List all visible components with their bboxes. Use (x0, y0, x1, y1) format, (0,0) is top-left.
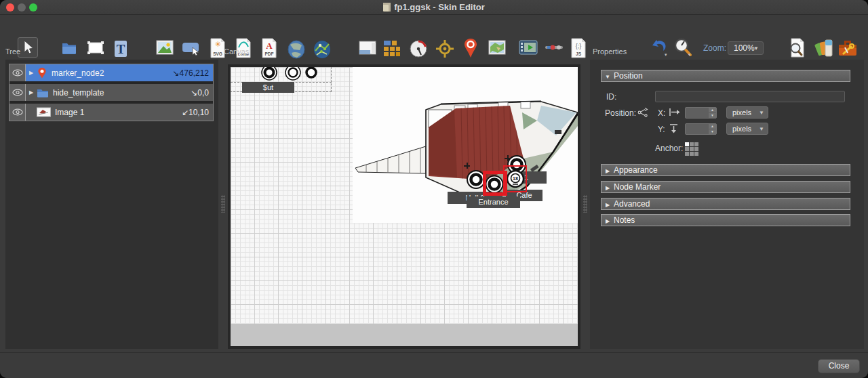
template-text-label[interactable]: $ut (242, 82, 294, 93)
canvas-properties-splitter[interactable] (580, 60, 590, 349)
properties-panel: ▼Position ID: Position: X: ▲▼ pixels ▼ Y… (590, 60, 864, 349)
marker-pin-icon (37, 67, 47, 79)
canvas-grid[interactable]: $ut 1 Hall 2 Cafe Entrance 18 (231, 67, 578, 346)
zoom-tool-button[interactable]: ▾ (673, 37, 689, 54)
x-label: X: (658, 108, 665, 118)
expand-arrow-icon[interactable]: ▶ (26, 89, 37, 96)
window-layout-icon (359, 40, 376, 56)
zoom-label: Zoom: (703, 43, 726, 53)
compass-button[interactable] (436, 40, 452, 56)
undo-menu-caret-icon[interactable]: ▾ (665, 52, 667, 58)
anchor-cell-top-right[interactable] (694, 142, 698, 146)
spin-down-icon[interactable]: ▼ (709, 129, 716, 134)
zoom-level-select[interactable]: 100% ▼ (728, 41, 764, 55)
button-tool-button[interactable] (182, 40, 198, 56)
map-marker-button[interactable] (462, 38, 479, 54)
x-value-spinner[interactable]: ▲▼ (685, 107, 717, 119)
x-unit-select[interactable]: pixels ▼ (726, 106, 768, 119)
pdf-file-button[interactable]: A PDF (261, 38, 277, 54)
id-label: ID: (606, 92, 616, 102)
spin-up-icon[interactable]: ▲ (709, 124, 716, 129)
hotspot-label-entrance[interactable]: Entrance (467, 196, 520, 208)
section-header-position[interactable]: ▼Position (601, 70, 850, 82)
video-button[interactable] (519, 40, 535, 56)
anchor-cell-bottom-left[interactable] (685, 152, 689, 156)
js-file-icon: {;} JS (570, 38, 587, 58)
container-tool-button[interactable] (61, 40, 77, 56)
y-spin-buttons[interactable]: ▲▼ (709, 124, 716, 134)
tree-row-image-1[interactable]: ▶ Image 1 ↙10,10 (9, 104, 213, 121)
color-swatches-button[interactable] (814, 38, 831, 54)
chevron-down-icon: ▼ (759, 110, 764, 116)
section-title: Advanced (614, 199, 650, 209)
select-tool-button[interactable] (18, 37, 38, 58)
tree-row-hide-template[interactable]: ▶ hide_template ↘0,0 (9, 84, 213, 101)
thumbnail-grid-button[interactable] (383, 40, 399, 56)
gauge-button[interactable] (410, 40, 426, 56)
zoom-menu-caret-icon[interactable]: ▾ (688, 52, 691, 58)
anchor-cell-mid-right[interactable] (694, 147, 698, 151)
visibility-toggle[interactable] (9, 84, 26, 101)
slider-button[interactable] (545, 40, 561, 56)
eye-icon (12, 89, 23, 96)
highlighted-marker-outline[interactable] (503, 165, 527, 192)
button-icon (182, 40, 199, 56)
js-file-button[interactable]: {;} JS (570, 38, 587, 54)
section-header-notes[interactable]: ▶Notes (601, 214, 850, 226)
y-value-input[interactable] (686, 125, 709, 133)
template-small-ring-icon[interactable] (301, 67, 321, 83)
section-header-node-marker[interactable]: ▶Node Marker (601, 181, 850, 193)
y-value-spinner[interactable]: ▲▼ (685, 123, 717, 135)
toolbox-button[interactable] (838, 38, 854, 54)
text-tool-button[interactable]: T (113, 40, 129, 56)
x-value-input[interactable] (686, 108, 709, 117)
y-unit-select[interactable]: pixels ▼ (726, 123, 768, 135)
anchor-grid-selector[interactable] (685, 142, 698, 156)
template-ring-marker-icon[interactable] (259, 67, 279, 83)
document-proxy-icon (383, 3, 391, 12)
splitter-grip-icon (583, 195, 587, 213)
eye-icon (12, 108, 23, 116)
svg-text:SVG: SVG (213, 51, 222, 56)
preview-icon (789, 38, 808, 58)
undo-button[interactable]: ▾ (650, 37, 666, 54)
tree-canvas-splitter[interactable] (218, 60, 228, 349)
section-title: Appearance (614, 165, 658, 175)
spin-down-icon[interactable]: ▼ (709, 113, 716, 118)
svg-text:PDF: PDF (265, 51, 274, 56)
tree-row-marker-node2[interactable]: ▶ marker_node2 ↘476,212 (9, 64, 213, 81)
anchor-cell-bottom-center[interactable] (690, 152, 694, 156)
panorama-node-button[interactable] (288, 40, 304, 56)
section-header-advanced[interactable]: ▶Advanced (601, 198, 850, 210)
svg-text:A: A (266, 41, 273, 51)
visibility-toggle[interactable] (9, 64, 26, 81)
anchor-cell-bottom-right[interactable] (694, 152, 698, 156)
close-button[interactable]: Close (818, 359, 860, 373)
svg-text:✳: ✳ (214, 40, 220, 48)
rectangle-tool-button[interactable] (87, 40, 103, 56)
visibility-toggle[interactable] (9, 104, 26, 121)
id-input[interactable] (655, 91, 845, 102)
link-xy-icon[interactable] (637, 108, 648, 117)
footer-bar: Close (0, 352, 868, 378)
skin-editor-window: fp1.ggsk - Skin Editor T (0, 0, 868, 378)
node-graph-button[interactable] (313, 40, 330, 56)
anchor-cell-top-center[interactable] (690, 142, 694, 146)
anchor-cell-top-left[interactable] (685, 142, 689, 146)
window-layout-button[interactable] (359, 40, 375, 56)
image-tool-button[interactable] (156, 40, 172, 56)
preview-button[interactable] (789, 38, 805, 54)
expand-arrow-icon[interactable]: ▶ (26, 70, 37, 76)
image-thumbnail-icon (37, 107, 51, 117)
y-label: Y: (658, 125, 665, 134)
triangle-right-icon: ▶ (601, 183, 614, 194)
anchor-cell-mid-left[interactable] (685, 147, 689, 151)
anchor-cell-mid-center[interactable] (690, 147, 694, 151)
section-header-appearance[interactable]: ▶Appearance (601, 164, 850, 176)
map-button[interactable] (488, 40, 505, 56)
template-ring-dot-marker-icon[interactable] (283, 67, 303, 83)
spin-up-icon[interactable]: ▲ (709, 108, 716, 112)
svg-text:{;}: {;} (576, 43, 582, 49)
x-spin-buttons[interactable]: ▲▼ (709, 108, 716, 118)
position-label: Position: (605, 108, 636, 118)
